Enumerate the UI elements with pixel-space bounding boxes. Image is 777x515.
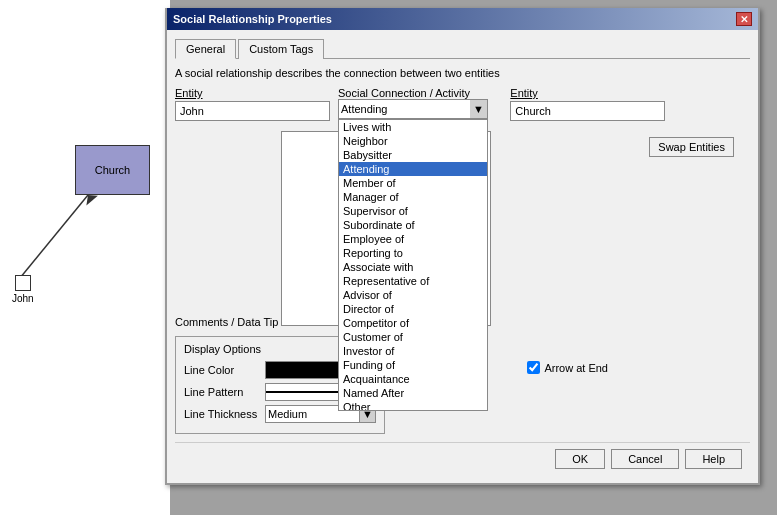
canvas-area: Church John [0,0,170,515]
arrow-at-end-container: Arrow at End [527,361,608,374]
church-node[interactable]: Church [75,145,150,195]
dialog-titlebar: Social Relationship Properties ✕ [167,8,758,30]
arrow-at-end-label: Arrow at End [544,362,608,374]
option-other[interactable]: Other [339,400,487,410]
tabs-bar: General Custom Tags [175,38,750,59]
option-attending[interactable]: Attending [339,162,487,176]
dialog-footer: OK Cancel Help [175,442,750,475]
line-pattern-label: Line Pattern [184,386,265,398]
option-funding-of[interactable]: Funding of [339,358,487,372]
entity-row: Entity Social Connection / Activity Atte… [175,87,665,121]
tab-general[interactable]: General [175,39,236,59]
social-conn-dropdown-container: Attending ▼ Lives with Neighbor Babysitt… [338,99,488,119]
description-text: A social relationship describes the conn… [175,67,750,79]
john-label: John [12,293,34,304]
ok-button[interactable]: OK [555,449,605,469]
john-node: John [12,275,34,304]
arrow-end-section: Arrow at End [527,127,608,374]
entity-right-section: Entity [510,87,665,121]
help-button[interactable]: Help [685,449,742,469]
entity-left-label: Entity [175,87,330,99]
option-employee-of[interactable]: Employee of [339,232,487,246]
arrow-at-end-checkbox[interactable] [527,361,540,374]
comments-label: Comments / Data Tip [175,316,278,328]
dialog: Social Relationship Properties ✕ General… [165,8,760,485]
option-customer-of[interactable]: Customer of [339,330,487,344]
line-thickness-label: Line Thickness [184,408,265,420]
church-label: Church [95,164,130,176]
option-babysitter[interactable]: Babysitter [339,148,487,162]
option-representative-of[interactable]: Representative of [339,274,487,288]
close-button[interactable]: ✕ [736,12,752,26]
option-supervisor-of[interactable]: Supervisor of [339,204,487,218]
social-conn-section: Social Connection / Activity Attending ▼… [338,87,494,119]
tab-custom-tags[interactable]: Custom Tags [238,39,324,59]
social-conn-value: Attending [341,103,485,115]
canvas-svg [0,0,170,515]
dialog-body: General Custom Tags A social relationshi… [167,30,758,483]
option-advisor-of[interactable]: Advisor of [339,288,487,302]
svg-line-0 [20,195,88,278]
option-manager-of[interactable]: Manager of [339,190,487,204]
cancel-button[interactable]: Cancel [611,449,679,469]
option-neighbor[interactable]: Neighbor [339,134,487,148]
option-associate-with[interactable]: Associate with [339,260,487,274]
line-color-label: Line Color [184,364,265,376]
entity-left-input[interactable] [175,101,330,121]
option-named-after[interactable]: Named After [339,386,487,400]
social-conn-label: Social Connection / Activity [338,87,470,99]
dialog-title: Social Relationship Properties [173,13,332,25]
entity-right-input[interactable] [510,101,665,121]
option-acquaintance[interactable]: Acquaintance [339,372,487,386]
option-subordinate-of[interactable]: Subordinate of [339,218,487,232]
option-member-of[interactable]: Member of [339,176,487,190]
social-conn-display[interactable]: Attending [338,99,488,119]
option-competitor-of[interactable]: Competitor of [339,316,487,330]
option-reporting-to[interactable]: Reporting to [339,246,487,260]
entity-right-label: Entity [510,87,665,99]
entity-left-section: Entity [175,87,330,121]
option-director-of[interactable]: Director of [339,302,487,316]
swap-entities-button[interactable]: Swap Entities [649,137,734,157]
option-lives-with[interactable]: Lives with [339,120,487,134]
john-icon [15,275,31,291]
option-investor-of[interactable]: Investor of [339,344,487,358]
dropdown-options-list: Lives with Neighbor Babysitter Attending… [339,120,487,410]
social-conn-dropdown-list: Lives with Neighbor Babysitter Attending… [338,119,488,411]
